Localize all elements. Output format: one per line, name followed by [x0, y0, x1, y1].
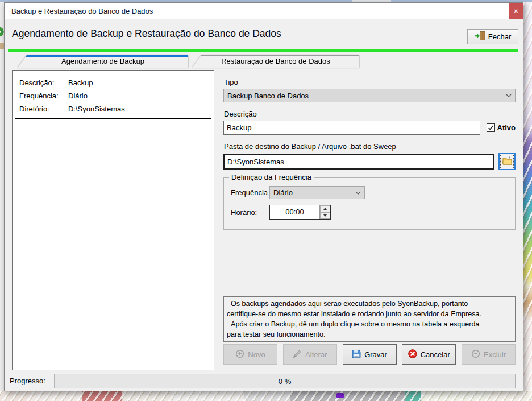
- list-item-value: Diário: [68, 89, 207, 102]
- tabstrip: Agendamento de Backup Restauração de Ban…: [18, 55, 518, 68]
- backup-dialog: Backup e Restauração do Banco de Dados ✕…: [4, 2, 523, 391]
- alterar-label: Alterar: [305, 350, 327, 359]
- close-icon: ✕: [514, 8, 518, 14]
- background-map-mark: [336, 393, 344, 398]
- tipo-dropdown-value: Backup Banco de Dados: [224, 92, 502, 100]
- frequencia-label: Frequência: [231, 188, 269, 197]
- spinner-down-button[interactable]: [320, 212, 330, 220]
- tab-label: Restauração de Banco de Dados: [192, 55, 359, 67]
- backup-schedule-listbox[interactable]: Descrição: Backup Frequência: Diário Dir…: [12, 70, 214, 370]
- excluir-button[interactable]: Excluir: [462, 344, 516, 365]
- action-buttons: Novo Alterar Gravar Cancelar: [223, 344, 516, 365]
- form-panel: Tipo Backup Banco de Dados Descrição Ati…: [223, 70, 516, 370]
- spinner-up-button[interactable]: [320, 205, 330, 212]
- excluir-label: Excluir: [484, 350, 506, 359]
- pasta-label: Pasta de destino do Backup / Arquivo .ba…: [224, 142, 516, 151]
- list-item-value: D:\SyonSistemas: [68, 102, 207, 115]
- pasta-input[interactable]: [223, 154, 494, 170]
- alterar-button[interactable]: Alterar: [283, 344, 337, 365]
- novo-label: Novo: [248, 350, 265, 359]
- pencil-icon: [293, 349, 302, 360]
- exit-door-icon: [475, 31, 485, 42]
- titlebar[interactable]: Backup e Restauração do Banco de Dados ✕: [5, 3, 523, 19]
- list-item[interactable]: Descrição: Backup Frequência: Diário Dir…: [15, 73, 211, 119]
- fechar-label: Fechar: [488, 32, 511, 41]
- descricao-input[interactable]: [223, 121, 480, 135]
- gravar-label: Gravar: [364, 350, 387, 359]
- chevron-down-icon: [352, 191, 364, 195]
- gravar-button[interactable]: Gravar: [343, 344, 397, 365]
- tipo-dropdown[interactable]: Backup Banco de Dados: [223, 89, 516, 102]
- descricao-label: Descrição: [224, 110, 516, 118]
- fechar-button[interactable]: Fechar: [467, 29, 518, 44]
- frequencia-dropdown-value: Diário: [270, 188, 352, 197]
- cancelar-button[interactable]: Cancelar: [402, 344, 456, 365]
- header-band: Agendamento de Backup e Restauração do B…: [5, 19, 523, 49]
- background-icon-fragment-2: [0, 43, 4, 49]
- floppy-disk-icon: [352, 349, 361, 360]
- chevron-down-icon: [502, 94, 515, 97]
- progress-bar: 0 %: [54, 374, 516, 388]
- frequencia-groupbox: Definição da Frequência Frequência Diári…: [223, 177, 516, 230]
- list-item-label: Frequência:: [19, 89, 68, 102]
- browse-folder-button[interactable]: [498, 153, 516, 170]
- green-divider: [8, 49, 518, 52]
- background-map-right: [523, 2, 532, 391]
- tab-label: Agendamento de Backup: [18, 55, 188, 67]
- list-item-label: Descrição:: [19, 76, 68, 89]
- tab-restauracao-de-banco[interactable]: Restauração de Banco de Dados: [192, 55, 359, 68]
- window-close-button[interactable]: ✕: [509, 3, 523, 19]
- ativo-label: Ativo: [497, 123, 516, 132]
- list-item-label: Diretório:: [19, 102, 68, 115]
- cancel-circle-icon: [408, 349, 417, 360]
- progresso-label: Progresso:: [10, 374, 45, 388]
- background-map-bottom: [0, 391, 532, 401]
- horario-spinner[interactable]: 00:00: [269, 205, 331, 220]
- minus-circle-icon: [471, 349, 480, 360]
- info-text-box: Os backups agendados aqui serão executad…: [223, 296, 516, 342]
- background-icon-fragment: [0, 26, 4, 38]
- list-item-value: Backup: [68, 76, 207, 89]
- window-title: Backup e Restauração do Banco de Dados: [5, 7, 153, 15]
- frequencia-dropdown[interactable]: Diário: [269, 186, 365, 199]
- plus-circle-icon: [235, 349, 244, 360]
- tipo-label: Tipo: [224, 78, 516, 86]
- frequencia-groupbox-label: Definição da Frequência: [229, 173, 314, 181]
- horario-value: 00:00: [270, 205, 319, 219]
- progress-value: 0 %: [279, 377, 291, 386]
- novo-button[interactable]: Novo: [223, 344, 277, 365]
- horario-label: Horário:: [231, 208, 269, 217]
- page-title: Agendamento de Backup e Restauração do B…: [12, 19, 281, 48]
- folder-icon: [502, 156, 512, 167]
- ativo-checkbox[interactable]: Ativo: [487, 123, 516, 132]
- tab-agendamento-de-backup[interactable]: Agendamento de Backup: [18, 55, 188, 68]
- cancelar-label: Cancelar: [421, 350, 450, 359]
- checkbox-checked-icon: [487, 123, 495, 132]
